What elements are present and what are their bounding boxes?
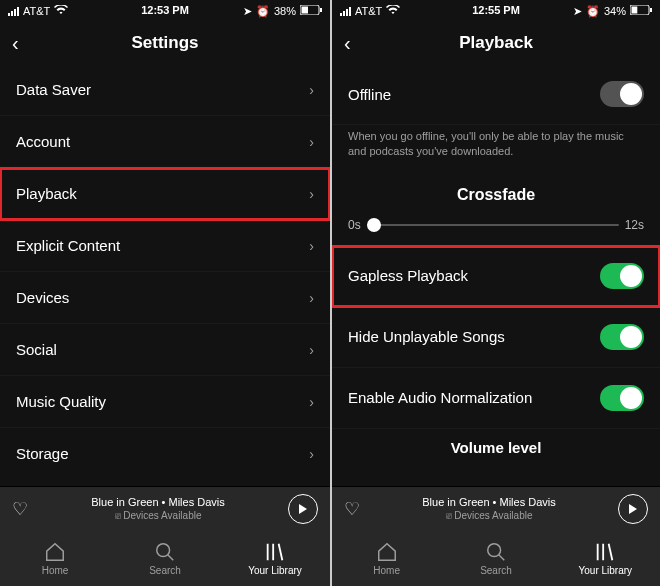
wifi-icon [386, 5, 400, 17]
row-music-quality[interactable]: Music Quality › [0, 376, 330, 428]
signal-icon [8, 6, 19, 16]
back-icon[interactable]: ‹ [12, 32, 19, 55]
battery-icon [300, 5, 322, 17]
row-data-saver[interactable]: Data Saver › [0, 64, 330, 116]
search-icon [485, 541, 507, 563]
devices-available[interactable]: ⎚ Devices Available [422, 509, 555, 522]
tab-library[interactable]: Your Library [220, 530, 330, 586]
back-icon[interactable]: ‹ [344, 32, 351, 55]
search-icon [154, 541, 176, 563]
title-bar: ‹ Settings [0, 22, 330, 64]
play-button[interactable] [288, 494, 318, 524]
location-icon: ➤ [243, 5, 252, 18]
carrier-label: AT&T [23, 5, 50, 17]
crossfade-slider[interactable] [367, 224, 619, 226]
screenshot-settings: AT&T 12:53 PM ➤ ⏰ 38% ‹ Settings Data Sa… [0, 0, 330, 586]
wifi-icon [54, 5, 68, 17]
heart-icon[interactable]: ♡ [344, 498, 360, 520]
crossfade-min: 0s [348, 218, 361, 232]
tab-home[interactable]: Home [0, 530, 110, 586]
offline-help: When you go offline, you'll only be able… [332, 125, 660, 172]
carrier-label: AT&T [355, 5, 382, 17]
chevron-right-icon: › [309, 342, 314, 358]
normalization-toggle[interactable] [600, 385, 644, 411]
offline-toggle[interactable] [600, 81, 644, 107]
row-gapless-playback: Gapless Playback [332, 246, 660, 307]
svg-line-15 [609, 543, 613, 560]
library-icon [594, 541, 616, 563]
svg-line-4 [168, 554, 174, 560]
playback-list: Offline When you go offline, you'll only… [332, 64, 660, 486]
tab-search[interactable]: Search [441, 530, 550, 586]
tab-bar: Home Search Your Library [332, 530, 660, 586]
battery-label: 34% [604, 5, 626, 17]
tab-bar: Home Search Your Library [0, 530, 330, 586]
settings-list: Data Saver › Account › Playback › Explic… [0, 64, 330, 486]
home-icon [44, 541, 66, 563]
track-info: Blue in Green • Miles Davis [422, 495, 555, 509]
svg-rect-1 [302, 7, 309, 14]
row-explicit-content[interactable]: Explicit Content › [0, 220, 330, 272]
page-title: Playback [459, 33, 533, 53]
tab-library[interactable]: Your Library [551, 530, 660, 586]
devices-available[interactable]: ⎚ Devices Available [91, 509, 224, 522]
alarm-icon: ⏰ [586, 5, 600, 18]
now-playing-bar[interactable]: ♡ Blue in Green • Miles Davis ⎚ Devices … [332, 486, 660, 530]
crossfade-slider-row: 0s 12s [332, 214, 660, 246]
tab-search[interactable]: Search [110, 530, 220, 586]
clock-label: 12:53 PM [141, 4, 189, 16]
svg-line-12 [499, 554, 505, 560]
hide-unplayable-toggle[interactable] [600, 324, 644, 350]
svg-point-11 [488, 543, 501, 556]
svg-rect-10 [650, 8, 652, 12]
gapless-toggle[interactable] [600, 263, 644, 289]
volume-level-heading: Volume level [332, 429, 660, 456]
svg-rect-9 [632, 7, 638, 14]
battery-label: 38% [274, 5, 296, 17]
home-icon [376, 541, 398, 563]
battery-icon [630, 5, 652, 17]
chevron-right-icon: › [309, 394, 314, 410]
row-hide-unplayable: Hide Unplayable Songs [332, 307, 660, 368]
title-bar: ‹ Playback [332, 22, 660, 64]
chevron-right-icon: › [309, 238, 314, 254]
signal-icon [340, 6, 351, 16]
now-playing-bar[interactable]: ♡ Blue in Green • Miles Davis ⎚ Devices … [0, 486, 330, 530]
row-devices[interactable]: Devices › [0, 272, 330, 324]
status-bar: AT&T 12:53 PM ➤ ⏰ 38% [0, 0, 330, 22]
location-icon: ➤ [573, 5, 582, 18]
row-account[interactable]: Account › [0, 116, 330, 168]
clock-label: 12:55 PM [472, 4, 520, 16]
chevron-right-icon: › [309, 446, 314, 462]
row-offline: Offline [332, 64, 660, 125]
svg-line-7 [279, 543, 283, 560]
row-social[interactable]: Social › [0, 324, 330, 376]
crossfade-heading: Crossfade [332, 172, 660, 214]
chevron-right-icon: › [309, 290, 314, 306]
row-playback[interactable]: Playback › [0, 168, 330, 220]
alarm-icon: ⏰ [256, 5, 270, 18]
track-info: Blue in Green • Miles Davis [91, 495, 224, 509]
library-icon [264, 541, 286, 563]
row-storage[interactable]: Storage › [0, 428, 330, 479]
row-audio-normalization: Enable Audio Normalization [332, 368, 660, 429]
chevron-right-icon: › [309, 82, 314, 98]
heart-icon[interactable]: ♡ [12, 498, 28, 520]
svg-rect-2 [320, 8, 322, 12]
svg-point-3 [157, 543, 170, 556]
chevron-right-icon: › [309, 186, 314, 202]
crossfade-max: 12s [625, 218, 644, 232]
chevron-right-icon: › [309, 134, 314, 150]
play-button[interactable] [618, 494, 648, 524]
status-bar: AT&T 12:55 PM ➤ ⏰ 34% [332, 0, 660, 22]
page-title: Settings [131, 33, 198, 53]
tab-home[interactable]: Home [332, 530, 441, 586]
screenshot-playback: AT&T 12:55 PM ➤ ⏰ 34% ‹ Playback Offline [330, 0, 660, 586]
